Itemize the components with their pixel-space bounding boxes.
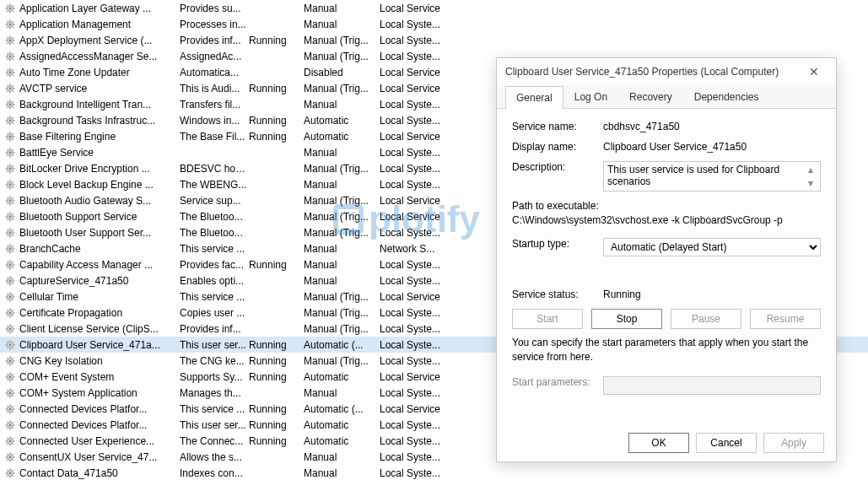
svg-line-209: [13, 325, 13, 326]
startup-type-select[interactable]: Automatic (Delayed Start): [603, 238, 821, 256]
label-service-status: Service status:: [512, 289, 603, 300]
gear-icon: [4, 195, 16, 207]
gear-icon: [4, 243, 16, 255]
svg-point-41: [9, 71, 12, 73]
svg-line-56: [7, 84, 8, 85]
tab-recovery[interactable]: Recovery: [618, 85, 683, 108]
svg-line-36: [7, 52, 8, 53]
svg-line-118: [7, 186, 8, 187]
ok-button[interactable]: OK: [628, 433, 689, 453]
svg-point-201: [9, 327, 12, 330]
dialog-title: Clipboard User Service_471a50 Properties…: [505, 66, 801, 78]
svg-line-76: [7, 116, 8, 117]
label-path: Path to executable:: [512, 200, 821, 212]
cell-name: COM+ Event System: [19, 371, 180, 383]
start-button[interactable]: Start: [512, 309, 583, 329]
cell-startup: Manual (Trig...: [304, 307, 380, 319]
cell-logon: Local Service: [380, 291, 456, 303]
svg-line-247: [13, 395, 13, 396]
apply-button[interactable]: Apply: [763, 433, 824, 453]
dialog-tabs: General Log On Recovery Dependencies: [497, 85, 836, 109]
cell-logon: Local Syste...: [380, 179, 456, 191]
cell-logon: Local Service: [380, 67, 456, 78]
svg-point-161: [9, 263, 12, 266]
svg-point-251: [9, 407, 12, 410]
gear-icon: [4, 131, 16, 143]
cell-logon: Local Syste...: [380, 307, 456, 319]
cell-name: Auto Time Zone Updater: [19, 67, 180, 78]
table-row[interactable]: Contact Data_471a50Indexes con...ManualL…: [0, 465, 868, 480]
cell-status: Running: [249, 339, 304, 351]
gear-icon: [4, 163, 16, 175]
cell-startup: Manual: [304, 259, 380, 271]
cell-description: BDESVC hos...: [180, 163, 249, 175]
svg-point-281: [9, 456, 12, 458]
cell-startup: Manual: [304, 387, 380, 399]
table-row[interactable]: Application ManagementProcesses in...Man…: [0, 16, 868, 32]
svg-line-276: [7, 437, 8, 438]
stop-button[interactable]: Stop: [591, 309, 662, 329]
svg-point-71: [9, 119, 12, 121]
gear-icon: [4, 403, 16, 415]
svg-line-6: [7, 4, 8, 5]
svg-line-279: [13, 437, 13, 438]
cell-startup: Manual: [304, 243, 380, 255]
cell-startup: Manual (Trig...: [304, 195, 380, 207]
svg-line-97: [13, 154, 13, 155]
svg-line-106: [7, 164, 8, 165]
cell-description: Processes in...: [180, 19, 249, 30]
tab-general[interactable]: General: [505, 86, 563, 109]
cell-logon: Local Syste...: [380, 387, 456, 399]
cell-logon: Network S...: [380, 243, 456, 255]
table-row[interactable]: Application Layer Gateway ...Provides su…: [0, 0, 868, 16]
tab-dependencies[interactable]: Dependencies: [683, 85, 770, 108]
svg-line-296: [7, 469, 8, 470]
cell-startup: Automatic: [304, 131, 380, 143]
gear-icon: [4, 419, 16, 431]
dialog-body: Service name: cbdhsvc_471a50 Display nam…: [497, 109, 836, 415]
table-row[interactable]: AppX Deployment Service (...Provides inf…: [0, 32, 868, 48]
chevron-up-icon[interactable]: ▴: [808, 164, 813, 175]
scrollbar[interactable]: ▴ ▾: [804, 164, 817, 189]
svg-line-198: [7, 315, 8, 316]
svg-line-257: [13, 411, 13, 412]
cell-description: The Bluetoo...: [180, 227, 249, 239]
svg-line-158: [7, 251, 8, 251]
cell-description: Supports Sy...: [180, 371, 249, 383]
svg-line-266: [7, 421, 8, 422]
cell-name: BitLocker Drive Encryption ...: [19, 163, 180, 175]
svg-point-231: [9, 375, 12, 378]
cell-name: AssignedAccessManager Se...: [19, 51, 180, 62]
svg-line-298: [7, 475, 8, 476]
tab-logon[interactable]: Log On: [563, 85, 618, 108]
cell-logon: Local Syste...: [380, 451, 456, 463]
chevron-down-icon[interactable]: ▾: [808, 177, 813, 189]
svg-line-38: [7, 58, 8, 59]
gear-icon: [4, 211, 16, 223]
cell-status: Running: [249, 419, 304, 431]
gear-icon: [4, 435, 16, 447]
pause-button[interactable]: Pause: [671, 309, 741, 329]
svg-line-8: [7, 10, 8, 11]
gear-icon: [4, 259, 16, 271]
cell-description: Manages th...: [180, 387, 249, 399]
svg-point-91: [9, 151, 12, 154]
svg-line-219: [13, 341, 13, 342]
resume-button[interactable]: Resume: [750, 309, 821, 329]
gear-icon: [4, 3, 16, 14]
svg-line-259: [13, 405, 13, 406]
svg-line-138: [7, 218, 8, 219]
svg-line-187: [13, 299, 13, 299]
svg-line-117: [13, 186, 13, 187]
description-box[interactable]: This user service is used for Clipboard …: [603, 161, 821, 191]
cancel-button[interactable]: Cancel: [696, 433, 757, 453]
svg-line-297: [13, 475, 13, 476]
svg-line-17: [13, 26, 13, 27]
svg-line-88: [7, 138, 8, 139]
cell-description: The CNG ke...: [180, 355, 249, 367]
cell-logon: Local Syste...: [380, 435, 456, 447]
svg-line-177: [13, 283, 13, 283]
svg-line-139: [13, 213, 13, 213]
close-icon[interactable]: ✕: [801, 58, 828, 85]
gear-icon: [4, 355, 16, 367]
